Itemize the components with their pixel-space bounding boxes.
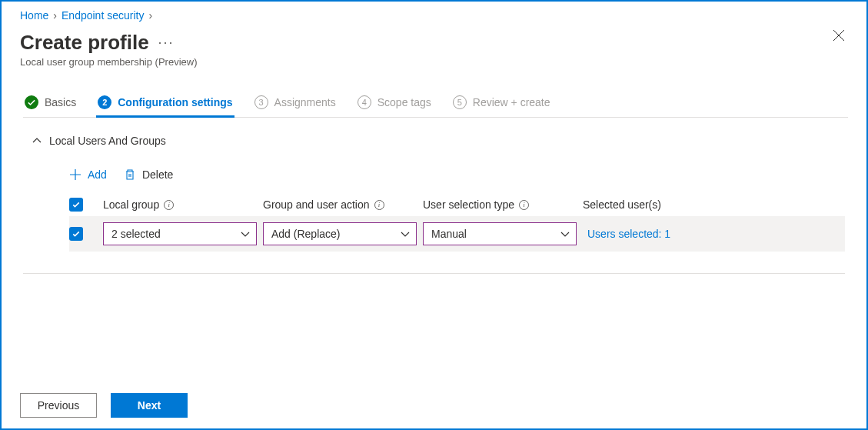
breadcrumb-home[interactable]: Home (20, 9, 48, 22)
more-actions-button[interactable]: ··· (158, 35, 175, 51)
info-icon[interactable]: i (164, 200, 174, 210)
section-title: Local Users And Groups (49, 135, 166, 147)
add-label: Add (88, 168, 107, 181)
chevron-up-icon (32, 136, 42, 145)
selection-type-select[interactable]: Manual (423, 222, 577, 245)
chevron-down-icon (401, 229, 410, 238)
previous-button[interactable]: Previous (20, 393, 97, 418)
group-action-select[interactable]: Add (Replace) (263, 222, 417, 245)
delete-label: Delete (142, 168, 173, 181)
close-button[interactable] (833, 29, 845, 44)
select-value: Manual (431, 228, 467, 240)
column-label: Group and user action (263, 198, 370, 211)
chevron-right-icon: › (53, 9, 57, 22)
column-label: Selected user(s) (583, 198, 661, 211)
select-all-checkbox[interactable] (69, 198, 83, 212)
info-icon[interactable]: i (374, 200, 384, 210)
checkmark-icon (72, 200, 81, 209)
chevron-down-icon (560, 229, 570, 238)
delete-button[interactable]: Delete (124, 168, 173, 181)
column-label: Local group (103, 198, 159, 211)
step-number-icon: 4 (358, 95, 371, 109)
tab-basics[interactable]: Basics (23, 91, 78, 117)
trash-icon (124, 168, 136, 181)
tab-label: Configuration settings (118, 96, 232, 108)
table-header: Local group i Group and user action i Us… (69, 193, 845, 216)
column-group-action: Group and user action i (263, 198, 417, 211)
page-subtitle: Local user group membership (Preview) (20, 56, 848, 68)
chevron-down-icon (241, 229, 250, 238)
table-row: 2 selected Add (Replace) Manual Users se… (69, 216, 845, 252)
wizard-tabs: Basics 2 Configuration settings 3 Assign… (23, 91, 848, 118)
tab-review-create[interactable]: 5 Review + create (451, 91, 552, 117)
chevron-right-icon: › (148, 9, 152, 22)
checkmark-icon (25, 95, 38, 109)
breadcrumb: Home › Endpoint security › (20, 9, 848, 22)
section-toggle-local-users[interactable]: Local Users And Groups (32, 132, 845, 150)
users-selected-link[interactable]: Users selected: 1 (583, 228, 737, 240)
row-checkbox[interactable] (69, 227, 83, 241)
info-icon[interactable]: i (519, 200, 529, 210)
step-number-icon: 2 (98, 95, 111, 109)
checkmark-icon (72, 229, 81, 238)
tab-label: Basics (45, 96, 76, 108)
divider (23, 273, 845, 274)
column-local-group: Local group i (103, 198, 257, 211)
local-group-select[interactable]: 2 selected (103, 222, 257, 245)
close-icon (833, 29, 845, 42)
tab-scope-tags[interactable]: 4 Scope tags (356, 91, 433, 117)
tab-label: Assignments (274, 96, 336, 108)
column-selection-type: User selection type i (423, 198, 577, 211)
tab-assignments[interactable]: 3 Assignments (253, 91, 338, 117)
select-value: 2 selected (111, 228, 161, 240)
tab-label: Scope tags (377, 96, 431, 108)
next-button[interactable]: Next (111, 393, 188, 418)
breadcrumb-endpoint-security[interactable]: Endpoint security (62, 9, 144, 22)
column-label: User selection type (423, 198, 514, 211)
tab-label: Review + create (473, 96, 550, 108)
column-selected-users: Selected user(s) (583, 198, 737, 211)
select-value: Add (Replace) (271, 228, 341, 240)
tab-configuration-settings[interactable]: 2 Configuration settings (96, 91, 234, 117)
step-number-icon: 5 (453, 95, 467, 109)
page-title: Create profile (20, 31, 149, 55)
step-number-icon: 3 (254, 95, 268, 109)
plus-icon (69, 168, 81, 181)
add-button[interactable]: Add (69, 168, 107, 181)
